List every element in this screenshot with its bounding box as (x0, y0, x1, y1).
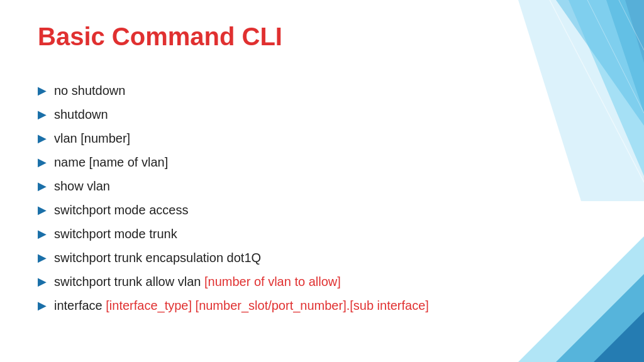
bullet-arrow-icon: ▶ (38, 202, 47, 218)
slide-container: Basic Command CLI ▶no shutdown▶shutdown▶… (0, 0, 644, 362)
bullet-text: show vlan (54, 177, 110, 195)
bullet-arrow-icon: ▶ (38, 131, 47, 146)
svg-marker-10 (556, 274, 644, 362)
svg-marker-0 (543, 0, 644, 201)
bullet-text: switchport mode trunk (54, 225, 177, 243)
svg-marker-11 (594, 312, 644, 362)
bullet-arrow-icon: ▶ (38, 155, 47, 170)
list-item: ▶switchport trunk encapsulation dot1Q (38, 249, 430, 266)
svg-marker-1 (569, 0, 644, 176)
list-item: ▶switchport mode trunk (38, 225, 430, 243)
bullet-arrow-icon: ▶ (38, 298, 47, 314)
bullet-text: switchport trunk encapsulation dot1Q (54, 249, 261, 266)
page-title: Basic Command CLI (38, 23, 282, 51)
bullet-text: vlan [number] (54, 129, 130, 147)
bullet-text: switchport mode access (54, 201, 188, 219)
list-item: ▶show vlan (38, 177, 430, 195)
bullet-arrow-icon: ▶ (38, 226, 47, 242)
bullet-arrow-icon: ▶ (38, 250, 47, 266)
svg-marker-4 (518, 0, 644, 201)
list-item: ▶interface [interface_type] [number_slot… (38, 297, 430, 314)
bullet-arrow-icon: ▶ (38, 83, 47, 99)
deco-bottom-right (518, 236, 644, 362)
svg-marker-2 (606, 0, 644, 113)
list-item: ▶shutdown (38, 106, 430, 123)
bullet-text: switchport trunk allow vlan [number of v… (54, 273, 341, 290)
svg-marker-9 (518, 236, 644, 362)
svg-line-6 (550, 0, 644, 182)
bullet-text: interface [interface_type] [number_slot/… (54, 297, 429, 314)
content-area: ▶no shutdown▶shutdown▶vlan [number]▶name… (38, 82, 430, 321)
bullet-arrow-icon: ▶ (38, 274, 47, 290)
list-item: ▶no shutdown (38, 82, 430, 99)
deco-top-right (443, 0, 644, 201)
bullet-list: ▶no shutdown▶shutdown▶vlan [number]▶name… (38, 82, 430, 314)
list-item: ▶switchport trunk allow vlan [number of … (38, 273, 430, 290)
svg-line-8 (619, 0, 644, 50)
list-item: ▶vlan [number] (38, 129, 430, 147)
bullet-text: shutdown (54, 106, 108, 123)
bullet-text: name [name of vlan] (54, 153, 168, 171)
svg-line-7 (587, 0, 644, 113)
bullet-arrow-icon: ▶ (38, 178, 47, 194)
bullet-arrow-icon: ▶ (38, 107, 47, 123)
list-item: ▶switchport mode access (38, 201, 430, 219)
bullet-text: no shutdown (54, 82, 125, 99)
list-item: ▶name [name of vlan] (38, 153, 430, 171)
svg-marker-3 (625, 0, 644, 63)
svg-marker-5 (556, 0, 644, 126)
